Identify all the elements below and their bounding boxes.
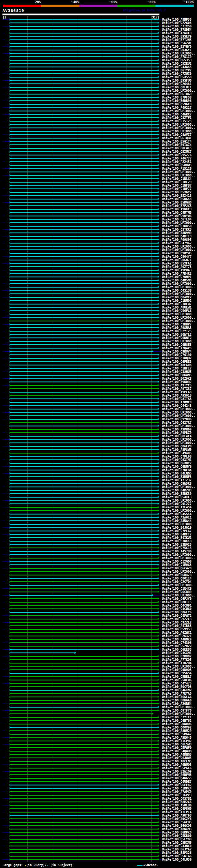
hit-label[interactable]: UniRef100_A7RMX8 — [162, 401, 192, 404]
hit-bar[interactable] — [10, 290, 158, 291]
hit-label[interactable]: UniRef100_C6HT62 — [162, 719, 192, 722]
hit-label[interactable]: UniRef100_Q56FG6 — [162, 309, 192, 313]
hit-label[interactable]: UniRef100_A8UA44 — [162, 519, 192, 523]
hit-bar[interactable] — [10, 50, 158, 51]
hit-label[interactable]: UniRef100_Q8LBI1 — [162, 86, 192, 89]
hit-label[interactable]: UniRef100_P49405 — [162, 452, 192, 455]
hit-bar[interactable] — [10, 625, 158, 626]
hit-bar[interactable] — [10, 117, 158, 118]
hit-label[interactable]: UniRef100_Q0GN71 — [162, 258, 192, 262]
hit-bar[interactable] — [10, 500, 158, 501]
hit-bar[interactable] — [10, 686, 158, 687]
hit-label[interactable]: UniRef100_Q7ZUI0 — [162, 72, 192, 75]
hit-label[interactable]: UniRef100_UPI000.. — [162, 441, 195, 445]
hit-bar[interactable] — [10, 409, 158, 409]
hit-label[interactable]: UniRef100_Q54XX3 — [162, 495, 192, 499]
hit-label[interactable]: UniRef100_Q70MP1 — [162, 275, 192, 279]
hit-label[interactable]: UniRef100_C5GCB5 — [162, 820, 192, 824]
hit-bar[interactable] — [10, 185, 158, 186]
hit-bar[interactable] — [10, 198, 158, 199]
hit-bar[interactable] — [10, 520, 158, 521]
hit-bar[interactable] — [10, 459, 158, 460]
hit-bar[interactable] — [10, 605, 158, 606]
hit-bar[interactable] — [10, 361, 158, 362]
hit-label[interactable]: UniRef100_UPI000.. — [162, 414, 195, 417]
hit-label[interactable]: UniRef100_A4HMK9 — [162, 638, 192, 641]
hit-bar[interactable] — [10, 487, 158, 488]
hit-label[interactable]: UniRef100_Q4S138 — [162, 289, 192, 292]
hit-bar[interactable] — [10, 466, 158, 467]
hit-label[interactable]: UniRef100_Q3TKR5 — [162, 228, 192, 231]
hit-label[interactable]: UniRef100_B4KFT7 — [162, 533, 192, 536]
hit-label[interactable]: UniRef100_B0FWK5 — [162, 147, 192, 150]
hit-bar[interactable] — [10, 19, 158, 20]
hit-label[interactable]: UniRef100_Q8ITA8 — [162, 397, 192, 401]
hit-label[interactable]: UniRef100_Q75C13 — [162, 546, 192, 550]
hit-bar[interactable] — [10, 564, 158, 565]
hit-label[interactable]: UniRef100_A8U9N9 — [162, 231, 192, 235]
hit-label[interactable]: UniRef100_UPI000.. — [162, 316, 195, 319]
hit-label[interactable]: UniRef100_P26321 — [162, 634, 192, 638]
hit-bar[interactable] — [10, 548, 158, 548]
hit-label[interactable]: UniRef100_B7FJX5 — [162, 204, 192, 208]
hit-bar[interactable] — [10, 741, 158, 741]
hit-bar[interactable] — [10, 202, 158, 203]
hit-bar[interactable] — [10, 673, 158, 674]
hit-bar[interactable] — [10, 432, 158, 433]
hit-bar[interactable] — [10, 23, 158, 23]
hit-bar[interactable] — [10, 534, 158, 535]
hit-label[interactable]: UniRef100_C1M0G8 — [162, 563, 192, 566]
hit-bar[interactable] — [10, 266, 158, 267]
hit-label[interactable]: UniRef100_Q2GYD4 — [162, 580, 192, 584]
hit-label[interactable]: UniRef100_B4MZH3 — [162, 489, 192, 492]
hit-label[interactable]: UniRef100_UPI000.. — [162, 285, 195, 289]
hit-label[interactable]: UniRef100_Q90YW5 — [162, 252, 192, 255]
hit-label[interactable]: UniRef100_B4LQQ5 — [162, 472, 192, 475]
hit-label[interactable]: UniRef100_UPI000.. — [162, 123, 195, 126]
hit-label[interactable]: UniRef100_A9SNA3 — [162, 326, 192, 330]
hit-bar[interactable] — [10, 676, 158, 677]
hit-bar[interactable] — [10, 832, 158, 833]
hit-bar[interactable] — [10, 527, 158, 528]
hit-label[interactable]: UniRef100_UPI000.. — [162, 109, 195, 113]
hit-label[interactable]: UniRef100_A7TZ37 — [162, 478, 192, 482]
hit-bar[interactable] — [10, 256, 158, 257]
hit-bar[interactable] — [10, 703, 158, 704]
hit-label[interactable]: UniRef100_Q4GXN2 — [162, 688, 192, 692]
hit-label[interactable]: UniRef100_Q6C4Z8 — [162, 566, 192, 570]
hit-label[interactable]: UniRef100_UPI000.. — [162, 499, 195, 502]
hit-label[interactable]: UniRef100_UPI000.. — [162, 523, 195, 526]
hit-label[interactable]: UniRef100_C1E4X6 — [162, 587, 192, 590]
hit-label[interactable]: UniRef100_C1BLC4 — [162, 177, 192, 180]
hit-bar[interactable] — [10, 639, 158, 640]
hit-label[interactable]: UniRef100_C3ZTF1 — [162, 116, 192, 120]
hit-bar[interactable] — [10, 483, 158, 484]
hit-bar[interactable] — [10, 270, 158, 271]
hit-label[interactable]: UniRef100_C5P6X6 — [162, 766, 192, 770]
hit-bar[interactable] — [10, 327, 158, 328]
hit-label[interactable]: UniRef100_C5XEU2 — [162, 62, 192, 65]
hit-bar[interactable] — [10, 253, 158, 254]
hit-bar[interactable] — [10, 161, 158, 162]
hit-bar[interactable] — [10, 615, 158, 616]
hit-bar[interactable] — [10, 324, 158, 325]
hit-bar[interactable] — [10, 575, 158, 576]
hit-bar[interactable] — [10, 43, 158, 44]
hit-label[interactable]: UniRef100_C6TL04 — [162, 218, 192, 221]
hit-label[interactable]: UniRef100_B5XGY2 — [162, 191, 192, 194]
hit-label[interactable]: UniRef100_Q6XIM1 — [162, 458, 192, 462]
hit-bar[interactable] — [10, 412, 158, 413]
hit-bar[interactable] — [10, 541, 158, 541]
hit-bar[interactable] — [10, 259, 158, 260]
hit-label[interactable]: UniRef100_B5X5S8 — [162, 75, 192, 79]
hit-label[interactable]: UniRef100_UPI000.. — [162, 485, 195, 489]
hit-bar[interactable] — [10, 568, 158, 569]
hit-bar[interactable] — [10, 232, 158, 234]
hit-bar[interactable] — [10, 104, 158, 105]
hit-bar[interactable] — [10, 839, 158, 840]
hit-label[interactable]: UniRef100_C0NRD6 — [162, 722, 192, 726]
hit-bar[interactable] — [10, 354, 158, 355]
hit-label[interactable]: UniRef100_B0Z9K8 — [162, 377, 192, 380]
hit-label[interactable]: UniRef100_C4QWU8 — [162, 749, 192, 753]
hit-bar[interactable] — [10, 415, 158, 416]
